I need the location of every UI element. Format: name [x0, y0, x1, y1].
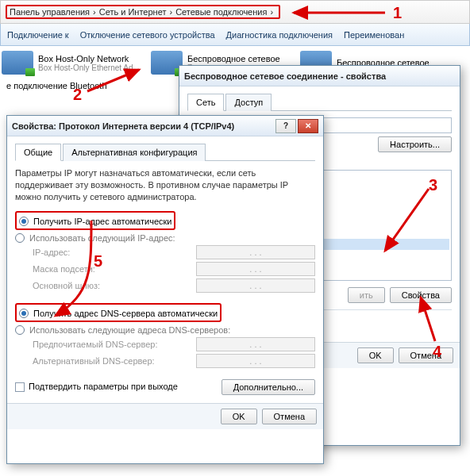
window-titlebar[interactable]: Свойства: Протокол Интернета версии 4 (T…: [7, 116, 323, 136]
tab-network[interactable]: Сеть: [187, 94, 224, 111]
window-titlebar[interactable]: Беспроводное сетевое соединение - свойст…: [179, 66, 460, 86]
field-label: Предпочитаемый DNS-сервер:: [33, 340, 157, 349]
tabs: Общие Альтернативная конфигурация: [15, 143, 315, 161]
tab-access[interactable]: Доступ: [225, 94, 272, 111]
tool-disable[interactable]: Отключение сетевого устройства: [80, 30, 215, 40]
tool-diagnose[interactable]: Диагностика подключения: [226, 30, 333, 40]
tab-general[interactable]: Общие: [15, 144, 61, 161]
advanced-button[interactable]: Дополнительно...: [222, 379, 315, 395]
net-sub: Box Host-Only Ethernet Ad…: [38, 63, 141, 72]
intro-text: Параметры IP могут назначаться автоматич…: [15, 167, 315, 203]
field-label: Альтернативный DNS-сервер:: [33, 356, 155, 366]
tabs: Сеть Доступ: [187, 93, 452, 111]
breadcrumb-b[interactable]: Сеть и Интернет: [99, 7, 167, 17]
field-label: Основной шлюз:: [33, 281, 100, 290]
radio-manual-dns[interactable]: Использовать следующие адреса DNS-сервер…: [15, 325, 315, 335]
radio-auto-ip[interactable]: Получить IP-адрес автоматически: [19, 217, 171, 226]
breadcrumb-sep: ›: [267, 7, 276, 17]
window-title: Беспроводное сетевое соединение - свойст…: [184, 71, 386, 81]
net-item[interactable]: Box Host-Only Network Box Host-Only Ethe…: [2, 51, 144, 75]
dns1-field: . . .: [196, 337, 315, 351]
highlight-auto-ip: Получить IP-адрес автоматически: [15, 211, 175, 230]
breadcrumb-sep: ›: [90, 7, 99, 17]
configure-button[interactable]: Настроить...: [378, 136, 452, 152]
ipv4-properties-window: Свойства: Протокол Интернета версии 4 (T…: [6, 115, 324, 464]
field-label: IP-адрес:: [33, 248, 70, 257]
radio-manual-ip[interactable]: Использовать следующий IP-адрес:: [15, 233, 315, 243]
breadcrumb-highlight: Панель управления › Сеть и Интернет › Се…: [6, 5, 280, 19]
breadcrumb-sep: ›: [166, 7, 175, 17]
install-button[interactable]: ить: [348, 287, 385, 303]
radio-label: Получить адрес DNS-сервера автоматически: [33, 309, 218, 318]
tab-altconfig[interactable]: Альтернативная конфигурация: [63, 144, 206, 161]
close-button[interactable]: ✕: [298, 119, 318, 133]
subnet-mask-field: . . .: [196, 262, 315, 276]
cancel-button[interactable]: Отмена: [262, 409, 317, 424]
checkbox-label: Подтвердить параметры при выходе: [29, 382, 178, 391]
ip-address-field: . . .: [196, 245, 315, 259]
net-title: Box Host-Only Network: [38, 54, 141, 63]
dns2-field: . . .: [196, 354, 315, 368]
ok-button[interactable]: OK: [357, 347, 394, 363]
ok-button[interactable]: OK: [221, 409, 257, 424]
highlight-auto-dns: Получить адрес DNS-сервера автоматически: [15, 303, 222, 322]
field-label: Маска подсети:: [33, 264, 95, 274]
network-icon: [151, 51, 183, 75]
radio-label: Использовать следующий IP-адрес:: [29, 233, 175, 243]
tool-connect[interactable]: Подключение к: [7, 30, 69, 40]
window-title: Свойства: Протокол Интернета версии 4 (T…: [12, 121, 234, 131]
toolbar: Подключение к Отключение сетевого устрой…: [0, 24, 470, 46]
checkbox-icon: [15, 382, 25, 392]
cancel-button[interactable]: Отмена: [399, 347, 453, 363]
validate-checkbox-row[interactable]: Подтвердить параметры при выходе: [15, 382, 178, 392]
tool-rename[interactable]: Переименован: [344, 30, 404, 40]
net-title: Беспроводное сетевое: [187, 54, 280, 63]
radio-label: Получить IP-адрес автоматически: [33, 217, 171, 226]
network-icon: [2, 51, 33, 75]
breadcrumb-c[interactable]: Сетевые подключения: [175, 7, 267, 17]
help-button[interactable]: ?: [275, 119, 296, 133]
breadcrumb: Панель управления › Сеть и Интернет › Се…: [0, 0, 470, 24]
properties-button[interactable]: Свойства: [390, 287, 452, 303]
gateway-field: . . .: [196, 278, 315, 293]
breadcrumb-a[interactable]: Панель управления: [10, 7, 90, 17]
radio-label: Использовать следующие адреса DNS-сервер…: [29, 325, 230, 335]
radio-auto-dns[interactable]: Получить адрес DNS-сервера автоматически: [19, 309, 218, 318]
